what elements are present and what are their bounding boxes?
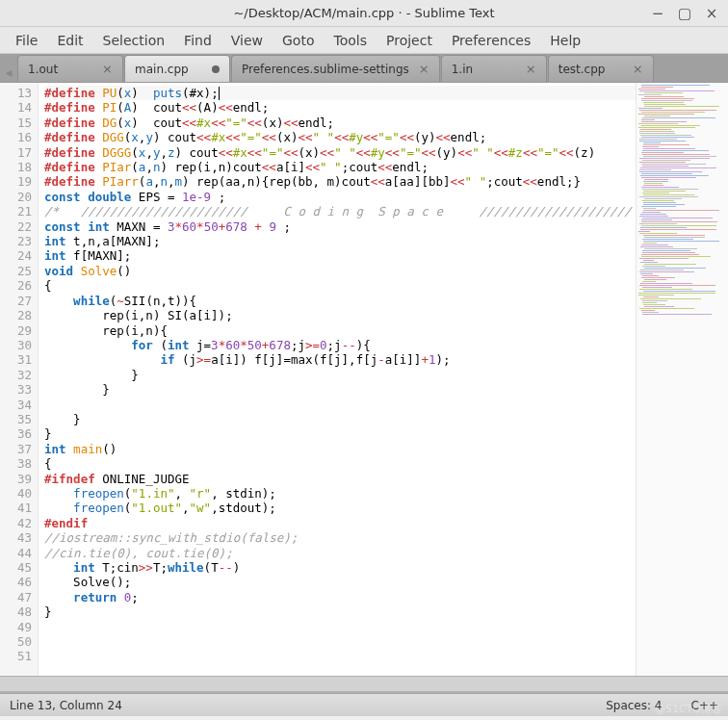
- code-line[interactable]: #define PIar(a,n) rep(i,n)cout<<a[i]<<" …: [44, 160, 636, 174]
- code-line[interactable]: #define PIarr(a,n,m) rep(aa,n){rep(bb, m…: [44, 174, 636, 189]
- menu-item-help[interactable]: Help: [542, 30, 588, 51]
- code-line[interactable]: while(~SII(n,t)){: [44, 294, 636, 308]
- close-tab-icon[interactable]: ×: [102, 62, 113, 76]
- code-line[interactable]: #ifndef ONLINE_JUDGE: [44, 472, 636, 486]
- menu-item-tools[interactable]: Tools: [325, 30, 375, 51]
- tab-label: Preferences.sublime-settings: [242, 63, 409, 76]
- tab-Preferences-sublime-settings[interactable]: Preferences.sublime-settings×: [231, 55, 440, 82]
- tab-back-icon[interactable]: ◂: [0, 63, 17, 82]
- code-line[interactable]: [44, 398, 636, 412]
- code-line[interactable]: }: [44, 368, 636, 382]
- code-line[interactable]: #define PI(A) cout<<(A)<<endl;: [44, 100, 636, 115]
- code-line[interactable]: rep(i,n) SI(a[i]);: [44, 308, 636, 322]
- dirty-indicator-icon: [212, 65, 220, 73]
- editor: 1314151617181920212223242526272829303132…: [0, 83, 728, 676]
- code-line[interactable]: #endif: [44, 516, 636, 530]
- code-line[interactable]: return 0;: [44, 590, 636, 604]
- code-line[interactable]: /* /////////////////////// C o d i n g S…: [44, 204, 636, 219]
- tab-label: 1.out: [28, 63, 58, 76]
- maximize-button[interactable]: ▢: [678, 7, 691, 20]
- tabbar: ◂ 1.out×main.cppPreferences.sublime-sett…: [0, 54, 728, 83]
- code-line[interactable]: void Solve(): [44, 264, 636, 278]
- window-title: ~/Desktop/ACM/main.cpp · - Sublime Text: [0, 6, 728, 20]
- code-line[interactable]: //iostream::sync_with_stdio(false);: [44, 530, 636, 545]
- code-line[interactable]: const double EPS = 1e-9 ;: [44, 190, 636, 204]
- tab-1-out[interactable]: 1.out×: [17, 55, 123, 82]
- window-controls: − ▢ ×: [651, 7, 728, 20]
- code-line[interactable]: Solve();: [44, 575, 636, 589]
- close-button[interactable]: ×: [705, 7, 718, 20]
- tab-label: test.cpp: [559, 63, 606, 76]
- close-tab-icon[interactable]: ×: [526, 62, 536, 76]
- code-line[interactable]: }: [44, 426, 636, 441]
- code-line[interactable]: int t,n,a[MAXN];: [44, 234, 636, 248]
- menu-item-project[interactable]: Project: [378, 30, 440, 51]
- code-line[interactable]: freopen("1.in", "r", stdin);: [44, 486, 636, 501]
- code-line[interactable]: int main(): [44, 442, 636, 456]
- menu-item-view[interactable]: View: [223, 30, 271, 51]
- horizontal-scrollbar[interactable]: [0, 676, 728, 691]
- code-line[interactable]: for (int j=3*60*50+678;j>=0;j--){: [44, 338, 636, 352]
- code-line[interactable]: [44, 620, 636, 634]
- code-line[interactable]: #define PU(x) puts(#x);: [44, 86, 636, 100]
- statusbar: Line 13, Column 24 Spaces: 4 C++ @51CTO博…: [0, 693, 728, 716]
- menu-item-goto[interactable]: Goto: [274, 30, 322, 51]
- gutter: 1314151617181920212223242526272829303132…: [0, 83, 39, 676]
- tab-label: 1.in: [452, 63, 473, 76]
- status-indent[interactable]: Spaces: 4: [606, 699, 662, 712]
- code-line[interactable]: [44, 649, 636, 663]
- menu-item-preferences[interactable]: Preferences: [444, 30, 538, 51]
- menu-item-edit[interactable]: Edit: [49, 30, 91, 51]
- code-line[interactable]: [44, 634, 636, 649]
- code-line[interactable]: freopen("1.out","w",stdout);: [44, 501, 636, 515]
- code-line[interactable]: }: [44, 604, 636, 619]
- code-line[interactable]: #define DG(x) cout<<#x<<"="<<(x)<<endl;: [44, 116, 636, 130]
- code-line[interactable]: int T;cin>>T;while(T--): [44, 560, 636, 575]
- code-line[interactable]: #define DGG(x,y) cout<<#x<<"="<<(x)<<" "…: [44, 130, 636, 144]
- code-line[interactable]: //cin.tie(0), cout.tie(0);: [44, 546, 636, 560]
- code-line[interactable]: #define DGGG(x,y,z) cout<<#x<<"="<<(x)<<…: [44, 145, 636, 160]
- code-line[interactable]: int f[MAXN];: [44, 248, 636, 263]
- code-area[interactable]: #define PU(x) puts(#x);#define PI(A) cou…: [39, 83, 636, 676]
- code-line[interactable]: {: [44, 456, 636, 471]
- tab-main-cpp[interactable]: main.cpp: [124, 55, 230, 82]
- code-line[interactable]: }: [44, 382, 636, 397]
- tab-label: main.cpp: [135, 63, 189, 76]
- code-line[interactable]: {: [44, 278, 636, 293]
- close-tab-icon[interactable]: ×: [633, 62, 643, 76]
- code-line[interactable]: rep(i,n){: [44, 323, 636, 338]
- status-position: Line 13, Column 24: [10, 699, 122, 712]
- close-tab-icon[interactable]: ×: [419, 62, 429, 76]
- tab-test-cpp[interactable]: test.cpp×: [548, 55, 654, 82]
- code-line[interactable]: if (j>=a[i]) f[j]=max(f[j],f[j-a[i]]+1);: [44, 352, 636, 367]
- titlebar: ~/Desktop/ACM/main.cpp · - Sublime Text …: [0, 0, 728, 27]
- menu-item-find[interactable]: Find: [176, 30, 220, 51]
- watermark: @51CTO博客: [655, 702, 722, 716]
- tab-1-in[interactable]: 1.in×: [441, 55, 547, 82]
- menu-item-selection[interactable]: Selection: [95, 30, 173, 51]
- minimap[interactable]: [636, 83, 728, 676]
- menubar: FileEditSelectionFindViewGotoToolsProjec…: [0, 27, 728, 54]
- minimize-button[interactable]: −: [651, 7, 664, 20]
- code-line[interactable]: }: [44, 412, 636, 426]
- menu-item-file[interactable]: File: [8, 30, 45, 51]
- code-line[interactable]: const int MAXN = 3*60*50+678 + 9 ;: [44, 219, 636, 234]
